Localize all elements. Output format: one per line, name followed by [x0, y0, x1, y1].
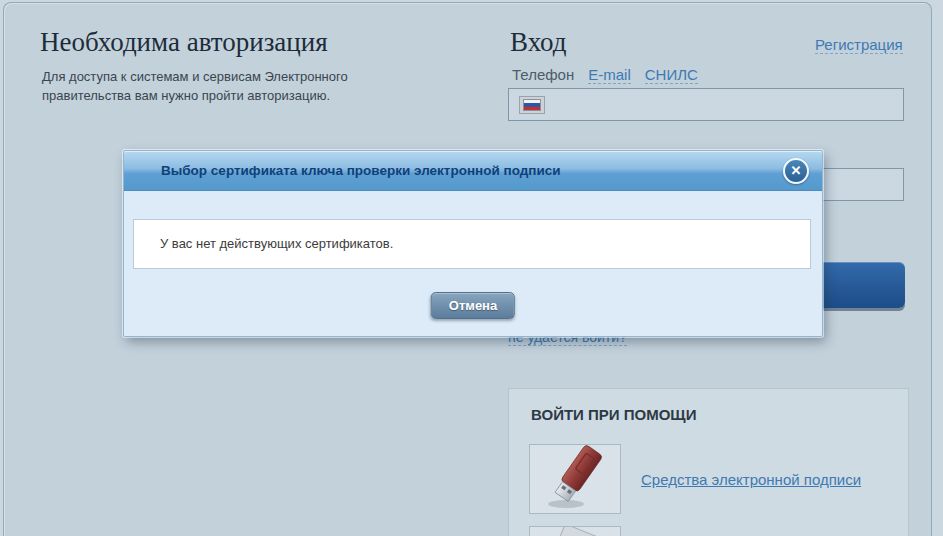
- certificate-modal: Выбор сертификата ключа проверки электро…: [123, 150, 823, 337]
- login-methods-panel: ВОЙТИ ПРИ ПОМОЩИ: [508, 388, 909, 536]
- esignature-link[interactable]: Средства электронной подписи: [641, 471, 861, 488]
- tab-phone[interactable]: Телефон: [512, 66, 574, 84]
- page-title: Необходима авторизация: [40, 27, 328, 58]
- auth-description: Для доступа к системам и сервисам Электр…: [42, 67, 392, 105]
- tab-snils[interactable]: СНИЛС: [645, 66, 698, 84]
- close-icon[interactable]: ✕: [783, 158, 809, 184]
- usb-token-image: [529, 444, 621, 514]
- login-tabs: Телефон E-mail СНИЛС: [512, 66, 698, 84]
- card-reader-icon: [530, 527, 620, 536]
- tab-email[interactable]: E-mail: [588, 66, 631, 84]
- modal-header: Выбор сертификата ключа проверки электро…: [124, 151, 822, 191]
- usb-token-icon: [530, 445, 620, 513]
- methods-title: ВОЙТИ ПРИ ПОМОЩИ: [531, 406, 696, 423]
- modal-message: У вас нет действующих сертификатов.: [134, 220, 810, 268]
- modal-title: Выбор сертификата ключа проверки электро…: [161, 151, 561, 191]
- registration-link[interactable]: Регистрация: [815, 36, 903, 54]
- phone-input[interactable]: [508, 88, 904, 121]
- modal-message-box: У вас нет действующих сертификатов.: [133, 219, 811, 269]
- login-title: Вход: [510, 27, 567, 58]
- card-reader-image: [529, 526, 621, 536]
- russia-flag-icon[interactable]: [519, 96, 545, 114]
- cancel-button[interactable]: Отмена: [431, 292, 515, 319]
